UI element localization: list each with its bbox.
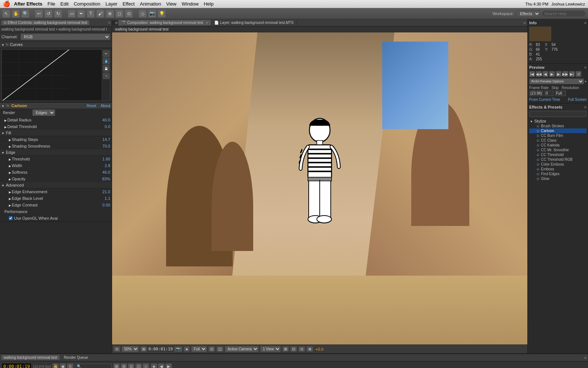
threshold-value[interactable]: 1.60 — [103, 157, 110, 161]
tl-solo[interactable]: ◉ — [60, 363, 66, 368]
tool-brush[interactable]: 🖌 — [96, 10, 104, 18]
ep-search-input[interactable] — [529, 111, 587, 117]
curves-tool-save[interactable]: 💾 — [103, 65, 110, 72]
curves-tool-wave[interactable]: ∿ — [103, 72, 110, 79]
tool-roto[interactable]: ⊙ — [125, 10, 133, 18]
curves-tool-dropper[interactable]: 💧 — [103, 58, 110, 64]
menu-composition[interactable]: Composition — [74, 1, 100, 7]
ep-item-cc-threshold[interactable]: ⊙ CC Threshold — [529, 152, 587, 157]
prev-next-1[interactable]: ▶ — [556, 71, 562, 77]
viewer-panel-b[interactable]: ⊡ — [290, 346, 297, 352]
viewer-snapshot[interactable]: 📷 — [174, 346, 182, 352]
ep-stylize-header[interactable]: Stylize — [529, 118, 587, 124]
ep-item-color-emboss[interactable]: ⊙ Color Emboss — [529, 162, 587, 167]
tl-panel-menu[interactable]: ≡ — [584, 355, 587, 360]
ec-close[interactable]: ≡ — [108, 21, 110, 25]
ep-item-cc-threshold-rgb[interactable]: ⊙ CC Threshold RGB — [529, 157, 587, 162]
frame-rate-input[interactable] — [529, 91, 543, 96]
from-current-btn[interactable]: From Current Time — [529, 98, 560, 102]
prev-first-frame[interactable]: |◀ — [529, 71, 535, 77]
tl-search-input[interactable] — [75, 364, 112, 368]
tool-rect[interactable]: ▭ — [68, 10, 76, 18]
shading-smooth-tri[interactable] — [9, 144, 12, 148]
viewer-quality[interactable]: ● — [184, 346, 190, 352]
tl-tab-comp[interactable]: walking background removal test — [1, 355, 60, 360]
menu-view[interactable]: View — [166, 1, 176, 7]
cartoon-reset[interactable]: Reset — [87, 104, 96, 108]
view-count-select[interactable]: 1 View — [260, 346, 281, 352]
comp-panel-menu[interactable]: ≡ — [524, 21, 527, 25]
ep-item-cartoon[interactable]: ⊙ Cartoon — [529, 128, 587, 133]
tl-add-marker[interactable]: ◈ — [151, 363, 157, 368]
ep-menu[interactable]: ≡ — [584, 105, 587, 109]
cartoon-about[interactable]: About — [101, 104, 110, 108]
edge-black-tri[interactable] — [9, 196, 12, 201]
tool-shape[interactable]: ◇ — [139, 10, 147, 18]
search-help-input[interactable] — [542, 10, 586, 17]
ep-item-cc-class[interactable]: ⊙ CC Class — [529, 138, 587, 143]
width-value[interactable]: 2.8 — [105, 163, 110, 168]
tool-arrow[interactable]: ↖ — [2, 10, 10, 18]
menu-animation[interactable]: Animation — [140, 1, 161, 7]
tl-shy[interactable]: ⊙ — [67, 363, 74, 368]
prev-prev-1[interactable]: ◀ — [542, 71, 548, 77]
curves-box[interactable]: ✏ 💧 💾 ∿ — [1, 49, 110, 101]
detail-radius-tri[interactable] — [4, 118, 7, 122]
shading-steps-tri[interactable] — [9, 137, 12, 142]
detail-radius-value[interactable]: 40.0 — [103, 118, 110, 122]
viewer[interactable] — [112, 32, 527, 344]
shading-smooth-value[interactable]: 70.0 — [103, 144, 110, 148]
tool-rotate[interactable]: ↩ — [35, 10, 43, 18]
ep-item-cc-smoothie[interactable]: ⊙ CC Mr. Smoothie — [529, 148, 587, 152]
viewer-transparency[interactable]: ◫ — [216, 346, 223, 352]
viewer-render[interactable]: ⊕ — [306, 346, 313, 352]
ec-tab[interactable]: ⊙ Effect Controls: walking background re… — [1, 20, 89, 25]
workspace-select[interactable]: Effects — [517, 10, 540, 17]
menu-file[interactable]: File — [47, 1, 55, 7]
comp-tab-comp[interactable]: 🎬 Composition: walking background remova… — [118, 20, 211, 25]
detail-threshold-tri[interactable] — [4, 124, 7, 129]
opacity-tri[interactable] — [9, 177, 12, 181]
viewer-resolution[interactable]: ⊡ — [208, 346, 215, 352]
shading-steps-value[interactable]: 14.7 — [103, 137, 110, 142]
opengl-checkbox[interactable] — [9, 216, 12, 220]
menu-layer[interactable]: Layer — [105, 1, 118, 7]
viewer-first-frame[interactable]: ⊙ — [114, 346, 120, 352]
res-input[interactable] — [555, 91, 566, 96]
threshold-tri[interactable] — [9, 157, 12, 161]
advanced-section[interactable]: Advanced — [0, 182, 112, 188]
ep-item-find-edges[interactable]: ⊙ Find Edges — [529, 171, 587, 176]
ep-item-cc-burn[interactable]: ⊙ CC Burn Film — [529, 133, 587, 138]
preview-menu[interactable]: ≡ — [584, 65, 587, 70]
edge-contrast-value[interactable]: 0.50 — [103, 203, 110, 207]
tl-lock[interactable]: 🔒 — [52, 363, 59, 368]
ram-preview-select[interactable]: RAM Preview Options — [529, 78, 584, 84]
camera-select[interactable]: Active Camera — [225, 346, 259, 352]
tool-pen[interactable]: ✒ — [77, 10, 85, 18]
ram-menu[interactable]: ▾ — [585, 79, 587, 84]
tl-kf-nav-right[interactable]: ▶ — [165, 363, 172, 368]
quality-select[interactable]: Full — [191, 346, 207, 352]
curves-header[interactable]: fs Curves — [0, 42, 112, 48]
advanced-triangle[interactable] — [1, 183, 4, 187]
ep-stylize-triangle[interactable] — [530, 119, 533, 123]
tl-draft[interactable]: ⊡ — [128, 363, 135, 368]
comp-tab-close[interactable]: ▾ — [206, 21, 208, 25]
cartoon-triangle[interactable] — [1, 103, 4, 108]
prev-loop[interactable]: ↺ — [576, 71, 581, 77]
width-tri[interactable] — [9, 163, 12, 168]
viewer-grid[interactable]: ⊞ — [140, 346, 147, 352]
ep-item-emboss[interactable]: ⊙ Emboss — [529, 167, 587, 171]
menu-effect[interactable]: Effect — [122, 1, 135, 7]
menu-edit[interactable]: Edit — [60, 1, 68, 7]
viewer-panel-a[interactable]: ⊞ — [282, 346, 289, 352]
prev-last-frame[interactable]: ▶| — [569, 71, 575, 77]
prev-prev-frame[interactable]: ◀◀ — [536, 71, 542, 77]
ep-item-brush-strokes[interactable]: ⊙ Brush Strokes — [529, 124, 587, 128]
softness-tri[interactable] — [9, 170, 12, 174]
ep-item-glow[interactable]: ⊙ Glow — [529, 176, 587, 181]
zoom-select[interactable]: 50% — [122, 346, 139, 352]
ep-item-cc-kaleida[interactable]: ⊙ CC Kaleida — [529, 143, 587, 148]
info-menu[interactable]: ≡ — [584, 21, 587, 25]
tl-timecode[interactable]: 0:00:01:19 — [1, 363, 32, 368]
